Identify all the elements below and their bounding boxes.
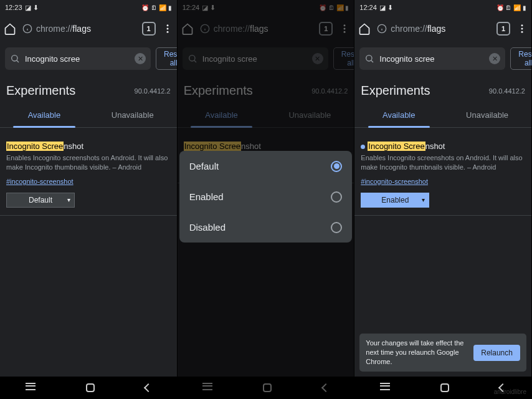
menu-icon[interactable]	[339, 23, 350, 34]
svg-point-12	[344, 28, 346, 30]
flag-description: Enables Incognito screenshots on Android…	[361, 153, 525, 173]
flag-item: Incognito Screenshot Enables Incognito s…	[354, 128, 531, 216]
search-icon	[364, 54, 374, 64]
clock: 12:24	[359, 4, 377, 11]
relaunch-button[interactable]: Relaunch	[473, 345, 520, 361]
menu-icon[interactable]	[516, 23, 528, 34]
clock: 12:23	[5, 4, 22, 11]
url-scheme: chrome://	[36, 24, 72, 34]
option-disabled[interactable]: Disabled	[179, 212, 353, 243]
search-box[interactable]: ✕	[359, 47, 505, 70]
recents-button[interactable]	[202, 385, 212, 390]
home-button[interactable]	[86, 383, 95, 392]
page-title: Experiments	[6, 84, 75, 98]
url-scheme: chrome://	[391, 24, 427, 34]
changed-indicator-icon	[361, 145, 365, 149]
home-button[interactable]	[263, 383, 272, 392]
clear-icon[interactable]: ✕	[489, 53, 500, 64]
url-scheme: chrome://	[214, 24, 250, 34]
svg-point-3	[166, 24, 168, 26]
search-input[interactable]	[202, 54, 307, 64]
tab-switcher[interactable]: 1	[319, 22, 333, 36]
search-input[interactable]	[379, 54, 484, 64]
flag-title: Incognito Screenshot	[184, 142, 348, 151]
url-path: flags	[427, 24, 446, 34]
tabs: Available Unavailable	[354, 103, 531, 128]
version: 90.0.4412.2	[135, 87, 171, 95]
url-bar[interactable]: chrome://flags	[377, 24, 490, 34]
url-bar[interactable]: chrome://flags	[22, 24, 136, 34]
status-bar: 12:24◪ ⬇ ⏰ 🗓 📶 ▮	[178, 0, 354, 15]
home-icon[interactable]	[181, 22, 194, 35]
svg-point-13	[344, 31, 346, 33]
search-icon	[10, 54, 20, 64]
tab-available[interactable]: Available	[178, 103, 266, 127]
svg-point-4	[166, 28, 168, 30]
flag-dropdown[interactable]: Enabled	[361, 193, 429, 208]
android-nav	[354, 377, 531, 399]
tab-switcher[interactable]: 1	[142, 22, 156, 36]
svg-point-21	[521, 31, 523, 33]
toolbar: chrome://flags 1	[0, 15, 177, 42]
flag-item: Incognito Screenshot Enables Incognito s…	[0, 128, 177, 216]
flag-title-highlight: Incognito Scree	[368, 142, 425, 151]
flag-title-rest: nshot	[64, 142, 83, 151]
version: 90.0.4412.2	[489, 87, 525, 95]
tabs: Available Unavailable	[0, 103, 177, 128]
info-icon	[200, 24, 210, 34]
flag-title: Incognito Screenshot	[361, 142, 525, 151]
flag-hash-link[interactable]: #incognito-screenshot	[361, 178, 428, 185]
option-default[interactable]: Default	[179, 151, 353, 181]
svg-point-6	[12, 55, 17, 61]
tab-switcher[interactable]: 1	[496, 22, 510, 36]
tabs: Available Unavailable	[178, 103, 354, 128]
svg-line-7	[17, 60, 19, 62]
radio-selected-icon	[331, 161, 342, 172]
info-icon	[22, 24, 32, 34]
url-bar[interactable]: chrome://flags	[200, 24, 313, 34]
status-left-icons: ◪ ⬇	[379, 4, 393, 12]
snackbar-text: Your changes will take effect the next t…	[366, 339, 467, 367]
search-box[interactable]: ✕	[183, 47, 328, 70]
android-nav	[178, 377, 354, 399]
option-label: Enabled	[189, 191, 224, 202]
watermark: androidlibre	[494, 388, 526, 395]
clear-icon[interactable]: ✕	[135, 53, 146, 64]
tab-available[interactable]: Available	[0, 103, 88, 127]
svg-line-15	[194, 60, 196, 62]
reset-all-button[interactable]: Reset all	[333, 47, 355, 70]
home-icon[interactable]	[358, 22, 371, 35]
clear-icon[interactable]: ✕	[312, 53, 323, 64]
flag-dropdown[interactable]: Default	[6, 193, 75, 208]
radio-icon	[331, 191, 342, 203]
url-path: flags	[250, 24, 268, 34]
home-button[interactable]	[440, 383, 449, 392]
relaunch-snackbar: Your changes will take effect the next t…	[359, 334, 526, 372]
menu-icon[interactable]	[162, 23, 173, 34]
option-label: Default	[189, 161, 219, 171]
svg-point-20	[521, 28, 523, 30]
reset-all-button[interactable]: Reset all	[156, 47, 178, 70]
recents-button[interactable]	[380, 385, 390, 390]
reset-all-button[interactable]: Reset all	[510, 47, 532, 70]
search-box[interactable]: ✕	[5, 47, 151, 70]
tab-unavailable[interactable]: Unavailable	[265, 103, 354, 127]
tab-unavailable[interactable]: Unavailable	[88, 103, 177, 127]
back-button[interactable]	[144, 383, 153, 392]
tab-unavailable[interactable]: Unavailable	[443, 103, 531, 127]
tab-available[interactable]: Available	[354, 103, 443, 127]
flag-description: Enables Incognito screenshots on Android…	[6, 153, 171, 173]
search-input[interactable]	[25, 54, 130, 64]
option-enabled[interactable]: Enabled	[179, 181, 353, 212]
page-title: Experiments	[361, 84, 430, 98]
flag-title-highlight: Incognito Scree	[184, 142, 241, 151]
recents-button[interactable]	[26, 385, 36, 390]
page-title: Experiments	[184, 84, 253, 98]
flag-hash-link[interactable]: #incognito-screenshot	[6, 178, 74, 185]
option-dialog: Default Enabled Disabled	[179, 151, 353, 243]
status-right-icons: ⏰ 🗓 📶 ▮	[319, 4, 349, 11]
status-left-icons: ◪ ⬇	[202, 4, 216, 12]
back-button[interactable]	[321, 383, 330, 392]
svg-point-14	[189, 55, 194, 61]
home-icon[interactable]	[4, 22, 16, 35]
